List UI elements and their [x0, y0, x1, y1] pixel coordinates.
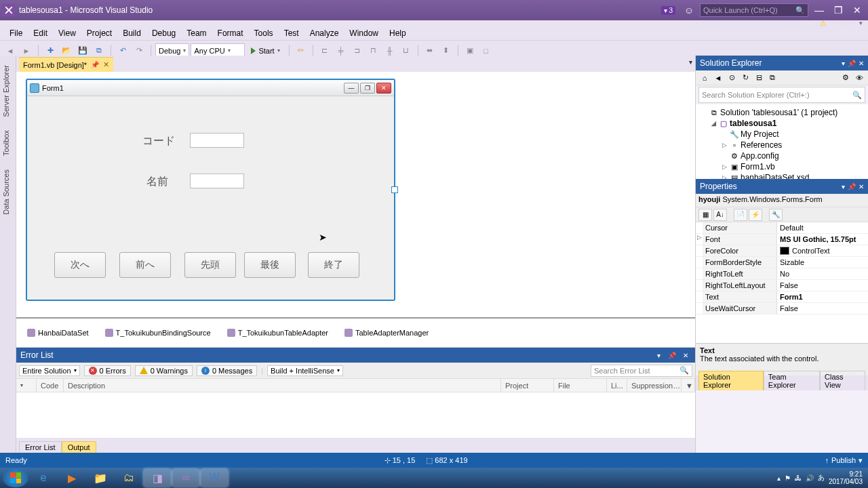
menu-window[interactable]: Window — [344, 27, 384, 39]
properties-icon[interactable]: ⚙ — [840, 72, 852, 84]
scope-icon[interactable]: ⊙ — [726, 72, 738, 84]
menu-format[interactable]: Format — [212, 27, 249, 39]
error-scope-dropdown[interactable]: Entire Solution▾ — [19, 365, 80, 376]
col-description[interactable]: Description — [64, 379, 501, 392]
notifications-badge[interactable]: ▾ 3 — [661, 6, 675, 15]
button-next[interactable]: 次へ — [54, 252, 106, 278]
prop-row-text[interactable]: TextForm1 — [696, 291, 868, 303]
document-tab-form1[interactable]: Form1.vb [Design]* 📌 ✕ — [19, 57, 113, 72]
start-button-win[interactable] — [3, 468, 28, 487]
menu-view[interactable]: View — [53, 27, 81, 39]
taskbar-word-icon[interactable]: W — [201, 469, 228, 487]
categorized-icon[interactable]: ▦ — [698, 209, 712, 221]
menu-file[interactable]: File — [4, 27, 28, 39]
panel-pin-icon[interactable]: 📌 — [848, 183, 856, 190]
menu-project[interactable]: Project — [81, 27, 117, 39]
panel-dropdown-icon[interactable]: ▾ — [653, 350, 664, 361]
quick-launch-input[interactable]: Quick Launch (Ctrl+Q) 🔍 — [700, 3, 808, 17]
menu-test[interactable]: Test — [279, 27, 304, 39]
tray-volume-icon[interactable]: 🔊 — [806, 474, 814, 482]
tray-flag-icon[interactable]: ⚑ — [785, 474, 791, 482]
col-file[interactable]: File — [554, 379, 607, 392]
menu-analyze[interactable]: Analyze — [304, 27, 344, 39]
vtab-data-sources[interactable]: Data Sources — [0, 163, 16, 222]
panel-close-icon[interactable]: ✕ — [859, 183, 864, 190]
tree-my-project[interactable]: 🔧My Project — [697, 129, 867, 140]
tab-error-list[interactable]: Error List — [19, 441, 62, 453]
form-maximize-button[interactable]: ❐ — [360, 83, 375, 94]
minimize-button[interactable]: — — [811, 3, 827, 17]
button-first[interactable]: 先頭 — [184, 252, 236, 278]
clock[interactable]: 9:212017/04/03 — [829, 470, 863, 485]
collapse-icon[interactable]: ⊟ — [753, 72, 765, 84]
pin-icon[interactable]: 📌 — [91, 61, 99, 68]
tree-project[interactable]: ◢▢tablesousa1 — [697, 118, 867, 129]
vtab-server-explorer[interactable]: Server Explorer — [0, 58, 16, 123]
menu-team[interactable]: Team — [181, 27, 212, 39]
solution-tree[interactable]: ⧉Solution 'tablesousa1' (1 project) ◢▢ta… — [696, 104, 868, 179]
user-dropdown-icon[interactable]: ▾ — [859, 20, 863, 26]
tab-output[interactable]: Output — [62, 441, 96, 453]
vtab-toolbox[interactable]: Toolbox — [0, 123, 16, 163]
properties-object-selector[interactable]: hyouji System.Windows.Forms.Form — [696, 194, 868, 207]
start-button[interactable]: Start▾ — [246, 45, 284, 57]
refresh-icon[interactable]: ↻ — [739, 72, 751, 84]
tab-overflow-icon[interactable]: ▾ — [689, 58, 692, 66]
properties-grid[interactable]: CursorDefault▷FontMS UI Gothic, 15.75ptF… — [696, 222, 868, 343]
error-search-input[interactable]: Search Error List🔍 — [591, 365, 692, 377]
tray-ime-icon[interactable]: あ — [818, 473, 825, 483]
button-last[interactable]: 最後 — [244, 252, 296, 278]
col-suppression[interactable]: Suppression… — [627, 379, 682, 392]
button-exit[interactable]: 終了 — [308, 252, 359, 278]
tray-up-icon[interactable]: ▴ — [777, 474, 781, 482]
tree-form1-vb[interactable]: ▷▣Form1.vb — [697, 161, 867, 172]
close-tab-icon[interactable]: ✕ — [103, 60, 109, 69]
solution-search-input[interactable]: Search Solution Explorer (Ctrl+:)🔍 — [698, 87, 865, 103]
props-icon[interactable]: 📄 — [734, 209, 747, 221]
warnings-filter[interactable]: 0 Warnings — [135, 365, 193, 376]
menu-debug[interactable]: Debug — [146, 27, 181, 39]
col-icon[interactable]: ▾ — [16, 379, 37, 392]
button-prev[interactable]: 前へ — [119, 252, 171, 278]
designer-surface[interactable]: Form1 — ❐ ✕ コード 名前 次へ 前へ 先頭 最後 終 — [16, 72, 695, 317]
tab-class-view[interactable]: Class View — [820, 371, 865, 390]
winforms-form[interactable]: Form1 — ❐ ✕ コード 名前 次へ 前へ 先頭 最後 終 — [26, 79, 395, 301]
messages-filter[interactable]: i0 Messages — [197, 365, 257, 376]
panel-dropdown-icon[interactable]: ▾ — [842, 60, 845, 67]
events-icon[interactable]: ⚡ — [749, 209, 762, 221]
prop-row-usewaitcursor[interactable]: UseWaitCursorFalse — [696, 303, 868, 314]
restore-button[interactable]: ❐ — [830, 3, 846, 17]
preview-icon[interactable]: 👁 — [853, 72, 865, 84]
alphabetical-icon[interactable]: A↓ — [713, 209, 727, 221]
tree-app-config[interactable]: ⚙App.config — [697, 150, 867, 161]
prop-row-righttoleft[interactable]: RightToLeftNo — [696, 268, 868, 280]
user-name[interactable]: ryoichi — [833, 19, 855, 27]
back-icon[interactable]: ◄ — [712, 72, 724, 84]
tree-references[interactable]: ▷▫References — [697, 140, 867, 150]
prop-row-font[interactable]: ▷FontMS UI Gothic, 15.75pt — [696, 234, 868, 245]
col-line[interactable]: Li... — [607, 379, 627, 392]
panel-close-icon[interactable]: ✕ — [680, 350, 691, 361]
component-hanbaidataset[interactable]: HanbaiDataSet — [27, 329, 89, 337]
property-pages-icon[interactable]: 🔧 — [769, 209, 783, 221]
form-minimize-button[interactable]: — — [344, 83, 359, 94]
textbox-name[interactable] — [190, 174, 244, 188]
menu-tools[interactable]: Tools — [249, 27, 279, 39]
taskbar-ie-icon[interactable]: e — [30, 469, 57, 487]
panel-pin-icon[interactable]: 📌 — [848, 60, 856, 67]
component-bindingsource[interactable]: T_TokuikubunBindingSource — [105, 329, 211, 337]
col-project[interactable]: Project — [501, 379, 554, 392]
taskbar-folder-icon[interactable]: 📁 — [87, 469, 114, 487]
tree-solution[interactable]: ⧉Solution 'tablesousa1' (1 project) — [697, 107, 867, 118]
label-name[interactable]: 名前 — [146, 175, 168, 189]
taskbar-vs-icon[interactable]: ∞ — [172, 469, 199, 487]
taskbar-explorer-icon[interactable]: 🗂 — [115, 469, 142, 487]
tree-hanbaidataset-xsd[interactable]: ▷▤hanbaiDataSet.xsd — [697, 172, 867, 179]
show-all-icon[interactable]: ⧉ — [766, 72, 778, 84]
prop-row-righttoleftlayout[interactable]: RightToLeftLayoutFalse — [696, 280, 868, 291]
taskbar-vs-blend-icon[interactable]: ◨ — [144, 469, 171, 487]
home-icon[interactable]: ⌂ — [698, 72, 711, 84]
col-filter-icon[interactable]: ▼ — [682, 379, 695, 392]
panel-close-icon[interactable]: ✕ — [859, 60, 864, 67]
prop-row-formborderstyle[interactable]: FormBorderStyleSizable — [696, 257, 868, 268]
